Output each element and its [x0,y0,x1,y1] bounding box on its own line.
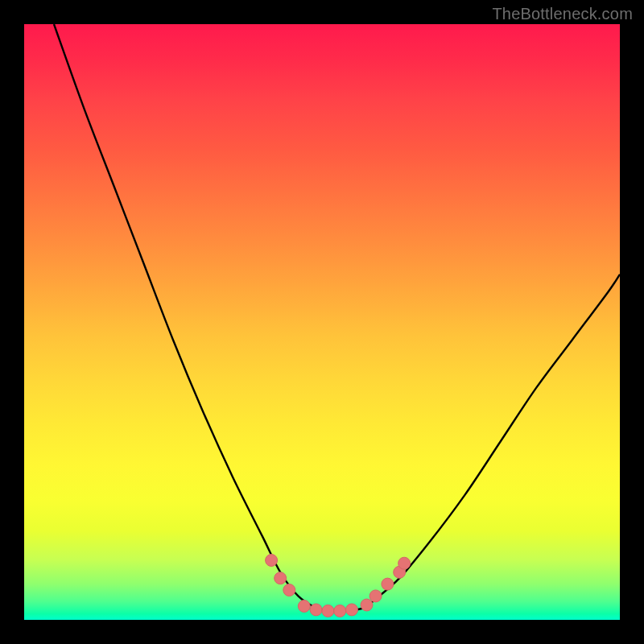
trough-marker [369,590,382,602]
curve-layer [24,24,620,620]
trough-marker [398,557,411,569]
chart-frame: TheBottleneck.com [0,0,644,644]
trough-marker [334,605,346,617]
trough-marker [361,599,373,611]
trough-marker [266,555,278,567]
trough-marker [310,604,322,616]
trough-marker [275,572,287,584]
trough-marker [322,605,334,617]
trough-marker [382,578,394,590]
trough-markers [266,555,411,617]
trough-marker [283,584,295,597]
plot-area [24,24,620,620]
trough-marker [346,604,358,616]
watermark-label: TheBottleneck.com [492,5,633,23]
bottleneck-curve [54,24,620,611]
trough-marker [298,600,310,612]
